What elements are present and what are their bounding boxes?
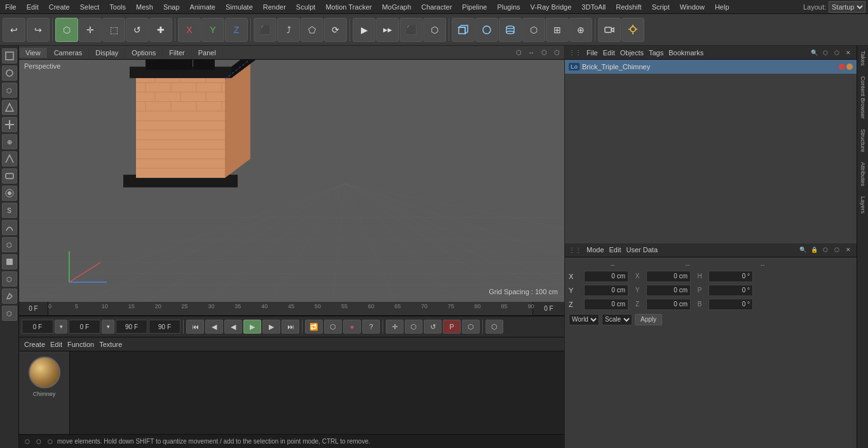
end-frame-field1[interactable] <box>116 320 147 334</box>
menu-pipeline[interactable]: Pipeline <box>457 2 492 12</box>
objects-close-icon[interactable]: ✕ <box>844 48 853 57</box>
coord-h-field[interactable] <box>709 271 753 282</box>
render-to-button[interactable]: ▶▶ <box>376 18 399 42</box>
go-to-end-button[interactable]: ⏭ <box>281 320 299 334</box>
sidebar-tool-14[interactable]: ⬡ <box>2 271 17 287</box>
sidebar-tool-16[interactable]: ⬡ <box>2 306 17 321</box>
sidebar-tool-11[interactable] <box>2 220 17 235</box>
keyframe-button[interactable]: ⬡ <box>324 320 342 334</box>
sidebar-tool-4[interactable] <box>2 100 17 115</box>
timeline-marks[interactable]: 0 5 10 15 20 25 30 35 40 45 50 55 60 65 … <box>48 302 532 315</box>
menu-help[interactable]: Help <box>710 2 735 12</box>
cylinder-button[interactable] <box>499 18 522 42</box>
sidebar-tool-2[interactable] <box>2 65 17 81</box>
step-back-button[interactable]: ◀ <box>205 320 223 334</box>
coord-b-field[interactable] <box>709 299 753 310</box>
menu-redshift[interactable]: Redshift <box>611 2 646 12</box>
help-button[interactable]: ? <box>362 320 380 334</box>
content-browser-tab[interactable]: Content Browser <box>857 71 868 124</box>
edit-tab[interactable]: Edit <box>50 341 62 348</box>
layers-tab[interactable]: Layers <box>857 191 868 219</box>
coord-z1-field[interactable] <box>584 299 628 310</box>
attributes-tab[interactable]: Attributes <box>857 157 868 191</box>
camera-button[interactable] <box>598 18 621 42</box>
time-select-btn-2[interactable]: ▾ <box>102 320 114 334</box>
menu-file[interactable]: File <box>0 2 22 12</box>
objects-edit-menu[interactable]: Edit <box>603 49 615 57</box>
function-tab[interactable]: Function <box>67 341 94 348</box>
auto-key-button[interactable]: ● <box>343 320 361 334</box>
menu-plugins[interactable]: Plugins <box>492 2 525 12</box>
menu-vray[interactable]: V-Ray Bridge <box>526 2 577 12</box>
material-preview[interactable]: Chimney <box>19 351 70 434</box>
attr-edit-menu[interactable]: Edit <box>609 246 621 254</box>
objects-search-icon[interactable]: 🔍 <box>810 48 818 57</box>
coord-z2-field[interactable] <box>646 299 691 310</box>
attr-mode-menu[interactable]: Mode <box>587 246 604 254</box>
viewport-icon-3[interactable]: ⬡ <box>539 48 549 58</box>
timeline-grid-btn[interactable]: ⬡ <box>462 320 480 334</box>
start-frame-field[interactable] <box>22 320 53 334</box>
objects-objects-menu[interactable]: Objects <box>620 49 644 57</box>
menu-3dtoall[interactable]: 3DToAll <box>576 2 611 12</box>
rotate-btn-2[interactable]: ↺ <box>424 320 442 334</box>
cube-button[interactable] <box>452 18 475 42</box>
attr-expand-icon[interactable]: ⬡ <box>832 245 841 254</box>
redo-button[interactable]: ↪ <box>27 18 50 42</box>
coord-y1-field[interactable] <box>584 285 628 296</box>
move-tool-btn[interactable]: ✛ <box>386 320 403 334</box>
menu-character[interactable]: Character <box>416 2 457 12</box>
coord-y2-field[interactable] <box>646 285 691 296</box>
menu-window[interactable]: Window <box>675 2 710 12</box>
objects-file-menu[interactable]: File <box>587 49 598 57</box>
select-mode-button[interactable]: ⬡ <box>55 18 78 42</box>
apply-button[interactable]: Apply <box>635 314 662 325</box>
sidebar-tool-3[interactable]: ⬡ <box>2 83 17 98</box>
sidebar-tool-8[interactable] <box>2 168 17 184</box>
scale-button[interactable]: ⬚ <box>102 18 125 42</box>
go-to-start-button[interactable]: ⏮ <box>186 320 204 334</box>
coord-x2-field[interactable] <box>646 271 691 282</box>
sidebar-tool-6[interactable]: ⊕ <box>2 134 17 149</box>
layout-select[interactable]: Startup <box>829 1 865 13</box>
tab-cameras[interactable]: Cameras <box>48 48 90 58</box>
render-view-button[interactable]: ▶ <box>353 18 376 42</box>
sidebar-tool-15[interactable] <box>2 288 17 304</box>
tab-options[interactable]: Options <box>125 48 163 58</box>
coord-p-field[interactable] <box>709 285 753 296</box>
tab-view[interactable]: View <box>19 48 48 58</box>
undo-button[interactable]: ↩ <box>3 18 25 42</box>
object-button[interactable]: ⬛ <box>254 18 276 42</box>
tab-panel[interactable]: Panel <box>192 48 223 58</box>
render-settings-button[interactable]: ⬛ <box>400 18 423 42</box>
menu-select[interactable]: Select <box>75 2 105 12</box>
time-select-btn[interactable]: ▾ <box>55 320 67 334</box>
sidebar-tool-9[interactable] <box>2 186 17 201</box>
menu-sculpt[interactable]: Sculpt <box>291 2 321 12</box>
step-forward-button[interactable]: ▶ <box>262 320 280 334</box>
z-axis-button[interactable]: Z <box>225 18 248 42</box>
tab-display[interactable]: Display <box>89 48 125 58</box>
sidebar-tool-13[interactable] <box>2 254 17 269</box>
dope-sheet-btn[interactable]: ⬡ <box>485 320 503 334</box>
attr-lock-icon[interactable]: 🔒 <box>810 245 818 254</box>
end-frame-field2[interactable] <box>149 320 180 334</box>
structure-tab[interactable]: Structure <box>857 124 868 158</box>
viewport-icon-1[interactable]: ⬡ <box>513 48 524 58</box>
x-axis-button[interactable]: X <box>178 18 201 42</box>
menu-motion-tracker[interactable]: Motion Tracker <box>320 2 377 12</box>
null-button[interactable]: ⊕ <box>569 18 592 42</box>
objects-expand-icon[interactable]: ⬡ <box>832 48 841 57</box>
attr-userdata-menu[interactable]: User Data <box>627 246 658 254</box>
menu-script[interactable]: Script <box>647 2 675 12</box>
takes-tab[interactable]: Takes <box>857 46 868 71</box>
render-queue-button[interactable]: ⬡ <box>423 18 446 42</box>
spline-button[interactable]: ⤴ <box>277 18 300 42</box>
rotate-button[interactable]: ↺ <box>126 18 149 42</box>
scale-select[interactable]: Scale <box>602 314 632 325</box>
status-icon-2[interactable]: ⬡ <box>34 437 43 446</box>
sphere-button[interactable] <box>475 18 498 42</box>
menu-create[interactable]: Create <box>44 2 75 12</box>
menu-animate[interactable]: Animate <box>185 2 220 12</box>
attr-search-icon[interactable]: 🔍 <box>798 245 807 254</box>
